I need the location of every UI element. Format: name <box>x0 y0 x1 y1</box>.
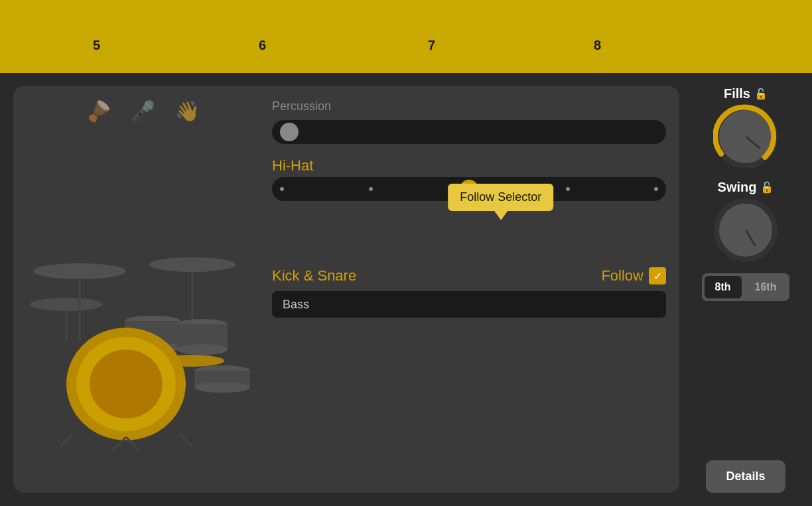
controls-area: Percussion Hi-Hat <box>272 99 666 479</box>
timeline-ruler: // Generated inline via template 5 6 7 8 <box>0 0 812 73</box>
svg-point-18 <box>194 382 250 393</box>
eighth-note-button[interactable]: 8th <box>705 276 742 298</box>
kick-snare-label: Kick & Snare <box>272 267 356 285</box>
bass-text: Bass <box>283 298 309 312</box>
swing-section: Swing 🔓 <box>716 180 776 260</box>
fills-section: Fills 🔓 <box>716 86 776 166</box>
percussion-slider[interactable] <box>272 120 666 144</box>
tooltip-arrow <box>494 211 508 220</box>
clap-icon: 👋 <box>175 99 200 123</box>
drum-kit-area: 🪘 🎤 👋 <box>27 99 259 479</box>
svg-point-2 <box>30 298 103 311</box>
sixteenth-note-button[interactable]: 16th <box>744 276 787 298</box>
fills-lock-icon[interactable]: 🔓 <box>754 88 768 100</box>
fills-label: Fills 🔓 <box>724 86 768 101</box>
drum-panel: 🪘 🎤 👋 <box>13 86 679 493</box>
percussion-slider-thumb <box>280 123 299 141</box>
bass-selector[interactable]: Bass <box>272 291 666 318</box>
ruler-mark-7: 7 <box>428 38 435 53</box>
percussion-icons-row: 🪘 🎤 👋 <box>86 99 200 123</box>
swing-lock-icon[interactable]: 🔓 <box>760 181 774 194</box>
svg-line-19 <box>60 434 73 447</box>
svg-line-20 <box>179 434 192 447</box>
ruler-mark-6: 6 <box>259 38 266 53</box>
main-content: 🪘 🎤 👋 <box>0 73 812 506</box>
maraca-icon: 🎤 <box>131 99 155 123</box>
svg-point-1 <box>149 257 236 272</box>
drum-kit-illustration <box>27 136 259 479</box>
percussion-label: Percussion <box>272 99 666 113</box>
percussion-section: Percussion <box>272 99 666 144</box>
tambourine-icon: 🪘 <box>86 99 111 123</box>
kick-snare-section: Kick & Snare Follow ✓ Bass <box>272 267 666 318</box>
follow-label-group: Follow ✓ <box>601 267 666 285</box>
follow-text: Follow <box>601 267 643 285</box>
hihat-section: Hi-Hat Follow Selector <box>272 157 666 201</box>
swing-label: Swing 🔓 <box>718 180 774 195</box>
svg-point-12 <box>177 344 228 355</box>
details-button[interactable]: Details <box>706 460 785 493</box>
swing-knob[interactable] <box>716 200 776 260</box>
note-buttons-group: 8th 16th <box>702 273 790 301</box>
right-panel: Fills 🔓 Swing 🔓 <box>693 86 799 493</box>
fills-knob[interactable] <box>716 107 776 166</box>
kick-snare-header: Kick & Snare Follow ✓ <box>272 267 666 285</box>
ruler-mark-8: 8 <box>594 38 601 53</box>
follow-tooltip-container: Follow Selector <box>448 184 553 220</box>
svg-point-0 <box>33 263 126 279</box>
follow-selector-tooltip: Follow Selector <box>448 184 553 211</box>
follow-checkbox[interactable]: ✓ <box>649 267 666 285</box>
ruler-mark-5: 5 <box>93 38 100 53</box>
hihat-label: Hi-Hat <box>272 157 666 174</box>
tooltip-spacer <box>272 214 666 254</box>
svg-point-15 <box>90 349 163 418</box>
